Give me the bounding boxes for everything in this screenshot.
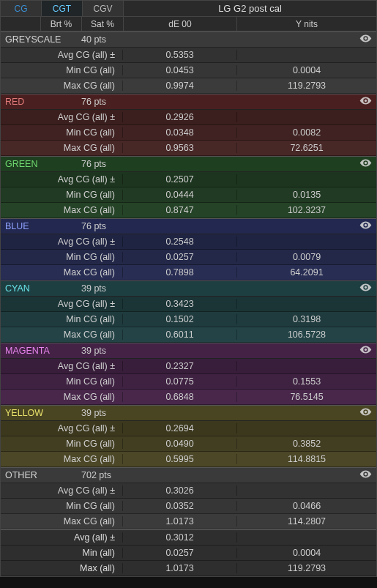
group-pts: 39 pts [81,408,124,418]
data-row: Min CG (all)0.04440.0135 [1,187,376,203]
header-brt[interactable]: Brt % [41,17,82,31]
svg-point-7 [364,473,366,475]
svg-point-0 [364,37,366,40]
eye-icon[interactable] [354,408,376,418]
row-label: Avg CG (all) ± [1,237,123,247]
y-value: 0.0004 [237,548,376,558]
group-header-other[interactable]: OTHER702 pts [1,467,376,483]
eye-icon[interactable] [354,470,376,480]
data-row: Max CG (all)0.684876.5145 [1,390,376,405]
row-label: Max CG (all) [1,81,123,91]
row-label: Max CG (all) [1,392,123,402]
eye-icon[interactable] [354,159,376,169]
y-value: 119.2793 [237,563,376,573]
y-value: 106.5728 [237,330,376,340]
de-value: 0.2694 [123,423,237,433]
group-pts: 39 pts [81,346,124,356]
de-value: 0.3026 [123,485,237,496]
de-value: 0.6848 [123,392,237,402]
de-value: 0.0444 [123,190,237,200]
group-name: MAGENTA [1,346,81,356]
row-label: Avg CG (all) ± [1,485,123,496]
data-row: Min CG (all)0.15020.3198 [1,312,376,327]
eye-icon[interactable] [354,97,376,107]
group-pts: 76 pts [81,221,124,231]
calibration-panel: CG CGT CGV LG G2 post cal Brt % Sat % dE… [0,0,377,577]
group-header-green[interactable]: GREEN76 pts [1,156,376,172]
de-value: 0.2327 [123,361,237,371]
group-header-yellow[interactable]: YELLOW39 pts [1,405,376,421]
header-ynits[interactable]: Y nits [237,17,376,31]
de-value: 0.9974 [123,81,237,91]
svg-point-1 [364,100,366,102]
group-pts: 76 pts [81,159,124,169]
group-header-cyan[interactable]: CYAN39 pts [1,280,376,297]
group-header-blue[interactable]: BLUE76 pts [1,218,376,234]
de-value: 0.0775 [123,376,237,387]
row-label: Max CG (all) [1,205,123,215]
de-value: 0.0490 [123,439,237,449]
header-de[interactable]: dE 00 [124,17,237,31]
y-value: 0.3852 [237,439,376,449]
row-label: Max CG (all) [1,454,123,464]
group-name: CYAN [1,283,81,294]
group-header-greyscale[interactable]: GREYSCALE40 pts [1,31,376,48]
top-row: CG CGT CGV LG G2 post cal [1,1,376,17]
group-name: RED [1,97,81,107]
row-label: Avg CG (all) ± [1,50,123,60]
de-value: 0.0453 [123,65,237,75]
svg-point-5 [364,349,366,351]
y-value: 119.2793 [237,81,376,91]
row-label: Avg CG (all) ± [1,361,123,371]
data-row: Max CG (all)0.8747102.3237 [1,203,376,218]
data-row: Avg CG (all) ±0.2507 [1,172,376,187]
data-row: Min CG (all)0.07750.1553 [1,374,376,390]
row-label: Avg CG (all) ± [1,423,123,433]
tab-cgv[interactable]: CGV [83,1,124,16]
row-label: Min CG (all) [1,314,123,324]
svg-point-2 [364,162,366,164]
de-value: 0.1502 [123,314,237,324]
row-label: Avg (all) ± [1,532,123,543]
group-pts: 39 pts [81,283,124,294]
eye-icon[interactable] [354,346,376,356]
y-value: 0.0466 [237,501,376,511]
data-row: Avg CG (all) ±0.2327 [1,359,376,374]
row-label: Min CG (all) [1,376,123,387]
row-label: Min CG (all) [1,127,123,138]
y-value: 76.5145 [237,392,376,402]
group-name: GREEN [1,159,81,169]
de-value: 1.0173 [123,516,237,526]
data-row: Min CG (all)0.04530.0004 [1,63,376,78]
row-label: Min CG (all) [1,190,123,200]
group-header-red[interactable]: RED76 pts [1,94,376,110]
svg-point-3 [364,224,366,226]
panel-title: LG G2 post cal [124,1,376,16]
de-value: 0.0257 [123,252,237,262]
y-value: 72.6251 [237,143,376,153]
group-pts: 76 pts [81,97,124,107]
eye-icon[interactable] [354,221,376,231]
row-label: Avg CG (all) ± [1,299,123,309]
row-label: Min CG (all) [1,65,123,75]
y-value: 114.8815 [237,454,376,464]
header-blank [1,17,41,31]
tab-cgt[interactable]: CGT [42,1,83,16]
data-row: Min CG (all)0.03480.0082 [1,125,376,141]
totals-section: Avg (all) ±0.3012Min (all)0.02570.0004Ma… [1,529,376,576]
tab-cg[interactable]: CG [1,1,42,16]
row-label: Max CG (all) [1,516,123,526]
data-row: Max CG (all)0.956372.6251 [1,141,376,156]
eye-icon[interactable] [354,283,376,294]
data-row: Avg CG (all) ±0.3026 [1,483,376,499]
totals-row: Min (all)0.02570.0004 [1,546,376,561]
group-pts: 40 pts [81,34,124,45]
row-label: Max CG (all) [1,330,123,340]
group-header-magenta[interactable]: MAGENTA39 pts [1,343,376,359]
de-value: 0.9563 [123,143,237,153]
header-sat[interactable]: Sat % [82,17,124,31]
y-value: 64.2091 [237,267,376,278]
eye-icon[interactable] [354,34,376,45]
svg-point-6 [364,411,366,413]
de-value: 0.0352 [123,501,237,511]
